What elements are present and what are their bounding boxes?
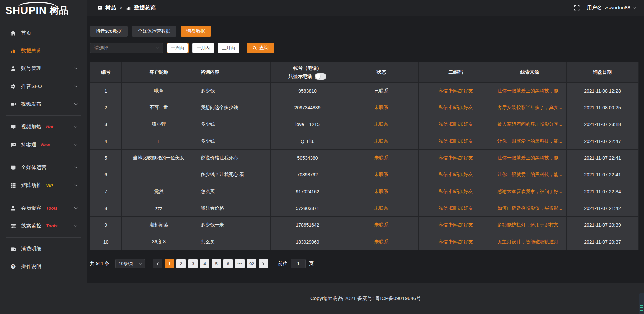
sidebar-item-video-heating[interactable]: 视频加热 Hot xyxy=(0,118,87,136)
sidebar-item-label: 数据总览 xyxy=(21,48,41,54)
next-page-button[interactable] xyxy=(259,259,268,268)
chevron-left-icon xyxy=(157,262,160,265)
cell-content: 多少钱 xyxy=(196,83,271,99)
range-week-button[interactable]: 一周内 xyxy=(167,43,189,53)
sidebar-item-label: 抖音SEO xyxy=(21,83,42,90)
sidebar-item-douyin-seo[interactable]: 抖音SEO xyxy=(0,77,87,95)
cell-source-link[interactable]: 客厅安装投影半年多了，真实... xyxy=(493,99,567,116)
cell-source-link[interactable]: 让你一眼就爱上的黑科技，能... xyxy=(493,166,567,183)
col-header-nickname: 客户昵称 xyxy=(122,62,196,83)
sidebar-item-video-publish[interactable]: 视频发布 xyxy=(0,95,87,113)
phone-only-control: 只显示电话 xyxy=(271,73,344,80)
search-button[interactable]: 查询 xyxy=(247,43,274,53)
cell-content: 多少钱一米 xyxy=(196,217,271,233)
cell-account: 183929060 xyxy=(271,233,344,250)
cell-source-link[interactable]: 让你一眼就爱上的黑科技，能... xyxy=(493,133,567,150)
sidebar-item-doukaitong[interactable]: 抖客通 New xyxy=(0,136,87,154)
widget-stripes-decoration xyxy=(640,304,643,312)
page-button-5[interactable]: 5 xyxy=(212,259,221,268)
tab-inquiry-data[interactable]: 询盘数据 xyxy=(181,26,211,37)
cell-date: 2021-11-07 21:42 xyxy=(567,200,639,217)
toggle-knob xyxy=(315,74,320,79)
cell-qrcode-link[interactable]: 私信 扫码加好友 xyxy=(419,183,493,200)
sidebar-item-label: 抖客通 xyxy=(21,142,36,148)
total-count-label: 共 911 条 xyxy=(90,261,109,267)
sidebar-item-account-management[interactable]: 账号管理 xyxy=(0,60,87,77)
sidebar-item-omnimedia-operation[interactable]: 全媒体运营 xyxy=(0,159,87,176)
col-header-id: 编号 xyxy=(90,62,122,83)
table-row: 3 狐小狸 多少钱 love__1215 未联系 私信 扫码加好友 被大家追着问… xyxy=(90,116,639,133)
table-row: 8 zzz 我只看价格 572803371 未联系 私信 扫码加好友 如何正确选… xyxy=(90,200,639,217)
cell-source-link[interactable]: 被大家追着问的客厅投影分享... xyxy=(493,116,567,133)
filter-select[interactable]: 请选择 xyxy=(90,43,163,53)
sidebar-item-lead-monitor[interactable]: 线索监控 Tools xyxy=(0,217,87,235)
cell-id: 7 xyxy=(90,183,122,200)
tab-omnimedia-data[interactable]: 全媒体运营数据 xyxy=(132,26,176,37)
cell-id: 10 xyxy=(90,233,122,250)
cell-qrcode-link[interactable]: 私信 扫码加好友 xyxy=(419,166,493,183)
cell-source-link[interactable]: 无主灯设计，智能磁吸轨道灯... xyxy=(493,233,567,250)
cell-qrcode-link[interactable]: 私信 扫码加好友 xyxy=(419,133,493,150)
goto-page-input[interactable] xyxy=(291,259,306,268)
menu-divider xyxy=(6,156,81,156)
sidebar-item-matrix-boost[interactable]: 矩阵助推 VIP xyxy=(0,176,87,194)
breadcrumb-root-label[interactable]: 树品 xyxy=(105,4,116,11)
content-area: 抖音seo数据 全媒体运营数据 询盘数据 请选择 一周内 一月内 三月内 查询 xyxy=(87,16,644,283)
cell-qrcode-link[interactable]: 私信 扫码加好友 xyxy=(419,99,493,116)
cell-status: 未联系 xyxy=(344,150,419,166)
logo: SHUPIN 树品 xyxy=(0,0,87,21)
sidebar-item-label: 首页 xyxy=(21,30,31,36)
range-month-button[interactable]: 一月内 xyxy=(192,43,214,53)
cell-qrcode-link[interactable]: 私信 扫码加好友 xyxy=(419,150,493,166)
tools-badge: Tools xyxy=(46,206,57,211)
cell-source-link[interactable]: 感谢大家喜欢我家，被问了好... xyxy=(493,183,567,200)
range-quarter-button[interactable]: 三月内 xyxy=(218,43,239,53)
page-button-3[interactable]: 3 xyxy=(188,259,198,268)
cell-qrcode-link[interactable]: 私信 扫码加好友 xyxy=(419,200,493,217)
page-button-4[interactable]: 4 xyxy=(200,259,209,268)
breadcrumb-separator: > xyxy=(120,5,122,10)
fullscreen-icon[interactable] xyxy=(574,5,580,11)
page-button-2[interactable]: 2 xyxy=(176,259,186,268)
cell-content: 我只看价格 xyxy=(196,200,271,217)
prev-page-button[interactable] xyxy=(153,259,162,268)
user-menu[interactable]: 用户名: zswodun88 xyxy=(587,5,635,11)
phone-only-toggle[interactable] xyxy=(315,73,326,80)
cell-status: 未联系 xyxy=(344,200,419,217)
page-button-6[interactable]: 6 xyxy=(223,259,233,268)
sidebar-item-data-overview[interactable]: 数据总览 xyxy=(0,42,87,60)
cell-source-link[interactable]: 让你一眼就爱上的黑科技，能... xyxy=(493,150,567,166)
page-button-1[interactable]: 1 xyxy=(165,259,174,268)
cell-status: 未联系 xyxy=(344,233,419,250)
goto-suffix-label: 页 xyxy=(309,261,314,267)
filter-select-placeholder: 请选择 xyxy=(94,45,108,51)
username-label: 用户名: zswodun88 xyxy=(587,5,630,11)
tab-douyin-seo-data[interactable]: 抖音seo数据 xyxy=(90,26,128,37)
cell-qrcode-link[interactable]: 私信 扫码加好友 xyxy=(419,233,493,250)
cell-qrcode-link[interactable]: 私信 扫码加好友 xyxy=(419,217,493,233)
sidebar-item-label: 会员爆客 xyxy=(21,205,41,211)
cell-qrcode-link[interactable]: 私信 扫码加好友 xyxy=(419,116,493,133)
page-size-select[interactable]: 10条/页 xyxy=(115,259,145,268)
sidebar-item-operation-guide[interactable]: ? 操作说明 xyxy=(0,258,87,275)
sidebar-item-consumption-detail[interactable]: 消费明细 xyxy=(0,240,87,258)
sidebar-item-home[interactable]: 首页 xyxy=(0,24,87,42)
cell-id: 4 xyxy=(90,133,122,150)
grid-icon xyxy=(10,182,16,189)
page-button-92[interactable]: 92 xyxy=(247,259,256,268)
more-pages-button[interactable]: ••• xyxy=(235,259,245,268)
cell-nickname: L xyxy=(122,133,196,150)
table-row: 2 不可一世 我想问这个多少钱 2097344839 未联系 私信 扫码加好友 … xyxy=(90,99,639,116)
cell-id: 8 xyxy=(90,200,122,217)
data-tabs: 抖音seo数据 全媒体运营数据 询盘数据 xyxy=(90,26,639,37)
cell-date: 2021-11-07 23:18 xyxy=(567,116,639,133)
cell-date: 2021-11-07 22:47 xyxy=(567,133,639,150)
cell-source-link[interactable]: 多功能护栏灯，适用于乡村文... xyxy=(493,217,567,233)
cell-qrcode-link[interactable]: 私信 扫码加好友 xyxy=(419,83,493,99)
app-root: SHUPIN 树品 首页 数据总览 账号管理 抖音SEO xyxy=(0,0,644,314)
floating-widget[interactable] xyxy=(639,293,644,314)
cell-source-link[interactable]: 让你一眼就爱上的黑科技，能... xyxy=(493,83,567,99)
cell-account: 9583810 xyxy=(271,83,344,99)
cell-source-link[interactable]: 如何正确选择投影仪，买投影... xyxy=(493,200,567,217)
sidebar-item-member-burst[interactable]: 会员爆客 Tools xyxy=(0,199,87,217)
